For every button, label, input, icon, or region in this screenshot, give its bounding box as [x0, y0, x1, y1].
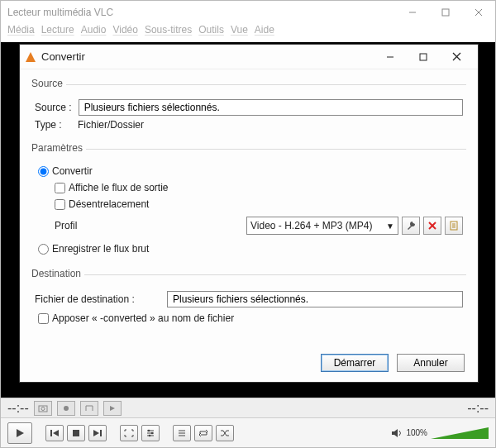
loop-ab-icon[interactable] — [80, 401, 98, 416]
svg-rect-13 — [100, 430, 102, 436]
destination-group: Destination Fichier de destination : App… — [31, 268, 466, 331]
dialog-close-button[interactable] — [440, 45, 473, 69]
next-button[interactable] — [88, 425, 107, 441]
svg-rect-11 — [73, 430, 79, 436]
main-maximize-button[interactable] — [429, 1, 462, 24]
destination-file-label: Fichier de destination : — [35, 293, 159, 305]
prev-button[interactable] — [45, 425, 64, 441]
menu-video[interactable]: Vidéo — [112, 24, 137, 42]
playlist-button[interactable] — [173, 425, 191, 441]
profile-value: Video - H.264 + MP3 (MP4) — [250, 220, 373, 231]
dialog-titlebar: Convertir — [20, 45, 478, 69]
vlc-main-window: Lecteur multimédia VLC Média Lecture Aud… — [0, 0, 496, 448]
source-input[interactable] — [79, 99, 463, 116]
menu-lecture[interactable]: Lecture — [41, 24, 74, 42]
snapshot-icon[interactable] — [34, 401, 52, 416]
menu-sous-titres[interactable]: Sous-titres — [145, 24, 192, 42]
svg-point-5 — [41, 407, 45, 410]
new-profile-button[interactable] — [445, 217, 463, 235]
svg-marker-7 — [110, 406, 115, 411]
frame-step-icon[interactable] — [103, 401, 122, 416]
svg-point-6 — [64, 406, 69, 411]
loop-button[interactable] — [194, 425, 212, 441]
destination-legend: Destination — [31, 268, 84, 279]
volume-percent: 100% — [406, 428, 427, 437]
convert-radio-label: Convertir — [52, 165, 93, 177]
play-button[interactable] — [7, 422, 32, 444]
menu-audio[interactable]: Audio — [81, 24, 107, 42]
dialog-minimize-button[interactable] — [374, 45, 407, 69]
menubar: Média Lecture Audio Vidéo Sous-titres Ou… — [1, 24, 495, 42]
speaker-icon — [391, 428, 403, 438]
fullscreen-button[interactable] — [120, 425, 138, 441]
main-minimize-button[interactable] — [396, 1, 429, 24]
delete-profile-button[interactable] — [423, 217, 441, 235]
time-elapsed: --:-- — [7, 401, 29, 416]
svg-point-18 — [151, 431, 154, 434]
source-label: Source : — [35, 102, 72, 113]
start-button[interactable]: Démarrer — [321, 354, 389, 372]
svg-marker-10 — [53, 430, 59, 436]
cancel-button[interactable]: Annuler — [397, 354, 465, 372]
show-output-checkbox[interactable] — [55, 183, 65, 193]
extended-settings-button[interactable] — [141, 425, 160, 441]
svg-rect-25 — [420, 54, 427, 60]
record-icon[interactable] — [57, 401, 75, 416]
append-converted-label: Apposer « -converted » au nom de fichier — [52, 312, 234, 324]
show-output-label: Affiche le flux de sortie — [69, 182, 169, 193]
svg-marker-23 — [392, 429, 398, 437]
svg-marker-8 — [17, 429, 24, 437]
convert-radio[interactable] — [38, 166, 49, 177]
convert-dialog: Convertir Source Source : Type : Fichier… — [19, 44, 479, 383]
dialog-title: Convertir — [41, 50, 85, 63]
profile-label: Profil — [55, 220, 96, 231]
menu-vue[interactable]: Vue — [231, 24, 248, 42]
main-titlebar: Lecteur multimédia VLC — [1, 1, 495, 24]
append-converted-row[interactable]: Apposer « -converted » au nom de fichier — [38, 312, 463, 324]
main-close-button[interactable] — [462, 1, 495, 24]
source-group: Source Source : Type : Fichier/Dossier — [31, 78, 466, 136]
deinterlace-row[interactable]: Désentrelacement — [55, 198, 463, 210]
svg-point-19 — [149, 434, 151, 436]
raw-radio[interactable] — [38, 244, 49, 255]
deinterlace-label: Désentrelacement — [69, 198, 149, 210]
profile-select[interactable]: Video - H.264 + MP3 (MP4) ▼ — [246, 217, 398, 235]
status-band: --:-- --:-- — [1, 398, 495, 417]
svg-rect-9 — [50, 430, 52, 436]
raw-radio-label: Enregistrer le flux brut — [52, 243, 149, 255]
volume-control[interactable]: 100% — [391, 427, 489, 439]
append-converted-checkbox[interactable] — [38, 313, 49, 324]
controls-bar: 100% — [1, 417, 495, 447]
raw-radio-row[interactable]: Enregistrer le flux brut — [38, 243, 463, 255]
svg-marker-12 — [93, 430, 99, 436]
source-legend: Source — [31, 78, 66, 89]
type-value: Fichier/Dossier — [78, 119, 144, 131]
time-total: --:-- — [467, 401, 489, 416]
shuffle-button[interactable] — [216, 425, 234, 441]
delete-x-icon — [428, 222, 436, 230]
svg-point-17 — [148, 429, 150, 431]
deinterlace-checkbox[interactable] — [55, 199, 65, 210]
new-document-icon — [449, 221, 459, 231]
params-legend: Paramètres — [31, 142, 86, 154]
params-group: Paramètres Convertir Affiche le flux de … — [31, 142, 466, 261]
volume-slider[interactable] — [431, 427, 489, 439]
convert-radio-row[interactable]: Convertir — [38, 165, 463, 177]
vlc-cone-icon — [25, 51, 36, 63]
dialog-maximize-button[interactable] — [407, 45, 440, 69]
svg-rect-1 — [442, 9, 449, 16]
wrench-icon — [406, 221, 416, 231]
type-label: Type : — [35, 119, 71, 131]
menu-outils[interactable]: Outils — [198, 24, 224, 42]
show-output-row[interactable]: Affiche le flux de sortie — [55, 182, 463, 193]
menu-media[interactable]: Média — [7, 24, 35, 42]
dialog-button-row: Démarrer Annuler — [20, 347, 478, 382]
main-window-title: Lecteur multimédia VLC — [7, 7, 113, 18]
stop-button[interactable] — [67, 425, 85, 441]
destination-file-input[interactable] — [167, 291, 463, 307]
edit-profile-button[interactable] — [402, 217, 420, 235]
menu-aide[interactable]: Aide — [255, 24, 274, 42]
chevron-down-icon: ▼ — [386, 222, 394, 231]
